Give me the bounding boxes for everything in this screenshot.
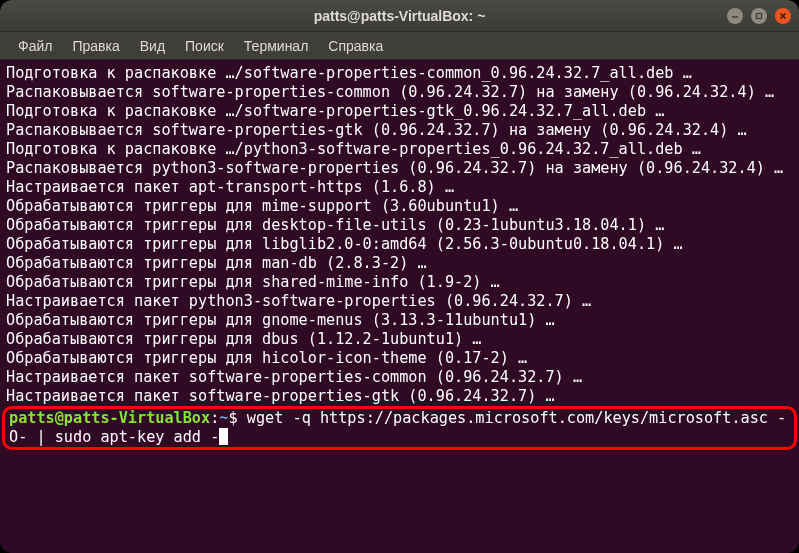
menu-file[interactable]: Файл [10,35,60,57]
terminal-window: patts@patts-VirtualBox: ~ Файл Правка Ви… [0,0,799,553]
window-controls [727,8,791,24]
output-line: Распаковывается software-properties-gtk … [6,121,793,140]
output-line: Настраивается пакет software-properties-… [6,387,793,406]
output-line: Подготовка к распаковке …/software-prope… [6,102,793,121]
menu-view[interactable]: Вид [132,35,173,57]
output-line: Подготовка к распаковке …/software-prope… [6,64,793,83]
terminal-content[interactable]: Подготовка к распаковке …/software-prope… [0,60,799,553]
terminal-output: Подготовка к распаковке …/software-prope… [6,64,793,406]
maximize-button[interactable] [751,8,767,24]
prompt-dollar: $ [228,409,246,427]
output-line: Распаковывается python3-software-propert… [6,159,793,178]
output-line: Подготовка к распаковке …/python3-softwa… [6,140,793,159]
output-line: Обрабатываются триггеры для libglib2.0-0… [6,235,793,254]
menubar: Файл Правка Вид Поиск Терминал Справка [0,32,799,60]
output-line: Обрабатываются триггеры для man-db (2.8.… [6,254,793,273]
cursor [219,428,228,445]
menu-terminal[interactable]: Терминал [236,35,316,57]
minimize-button[interactable] [727,8,743,24]
output-line: Обрабатываются триггеры для hicolor-icon… [6,349,793,368]
close-button[interactable] [775,8,791,24]
output-line: Обрабатываются триггеры для dbus (1.12.2… [6,330,793,349]
output-line: Обрабатываются триггеры для mime-support… [6,197,793,216]
output-line: Настраивается пакет apt-transport-https … [6,178,793,197]
output-line: Настраивается пакет software-properties-… [6,368,793,387]
window-title: patts@patts-VirtualBox: ~ [314,8,486,24]
highlighted-command: patts@patts-VirtualBox:~$ wget -q https:… [2,406,797,450]
titlebar: patts@patts-VirtualBox: ~ [0,0,799,32]
output-line: Обрабатываются триггеры для shared-mime-… [6,273,793,292]
output-line: Обрабатываются триггеры для desktop-file… [6,216,793,235]
prompt-colon: : [210,409,219,427]
menu-edit[interactable]: Правка [64,35,127,57]
output-line: Распаковывается software-properties-comm… [6,83,793,102]
menu-search[interactable]: Поиск [177,35,232,57]
output-line: Настраивается пакет python3-software-pro… [6,292,793,311]
output-line: Обрабатываются триггеры для gnome-menus … [6,311,793,330]
prompt-user-host: patts@patts-VirtualBox [9,409,210,427]
svg-rect-1 [757,13,762,18]
menu-help[interactable]: Справка [320,35,391,57]
